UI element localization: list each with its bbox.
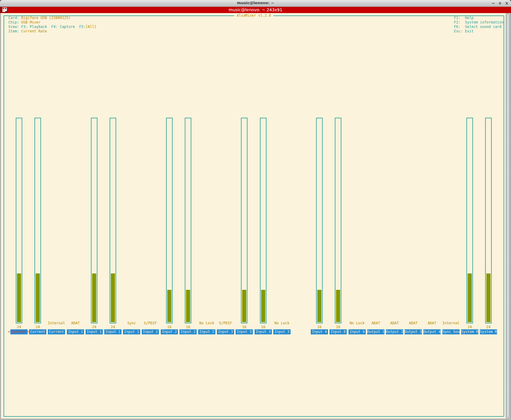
maximize-button[interactable]: +	[498, 1, 502, 6]
window-buttons: − + ×	[491, 0, 509, 7]
info-value-highlight: [All]	[86, 25, 96, 29]
volume-value: 16	[176, 325, 200, 329]
minimize-button[interactable]: −	[491, 1, 495, 6]
info-row: Chip: USB Mixer	[8, 20, 96, 25]
help-row: Esc:Exit	[454, 29, 504, 34]
control-label-input-3[interactable]: Input 3	[236, 329, 253, 334]
scrollbar-thumb[interactable]	[507, 14, 510, 418]
control-label-output-4[interactable]: Output 4	[423, 329, 441, 334]
control-label-output-3[interactable]: Output 3	[405, 329, 422, 334]
window-border-bottom	[0, 419, 511, 420]
volume-bar-fill	[111, 273, 115, 322]
info-value: F3: Playback F4: Capture F5:	[21, 25, 86, 29]
alsamixer-frame	[4, 15, 504, 417]
volume-value: 16	[252, 325, 275, 329]
control-label-system-r[interactable]: System R	[461, 329, 478, 334]
control-label-sync-sou[interactable]: Sync Sou	[442, 329, 460, 334]
volume-bar-system-r[interactable]	[466, 118, 473, 323]
volume-value: 24	[477, 325, 500, 329]
volume-bar-input-2[interactable]	[166, 118, 173, 323]
control-label-current[interactable]: Current	[48, 329, 65, 334]
volume-bar-input-1[interactable]	[110, 118, 116, 323]
control-label-input-2[interactable]: Input 2	[198, 329, 215, 334]
info-value-highlight: Digiface USB (23800125)	[21, 16, 70, 20]
volume-bar-input-4[interactable]	[335, 118, 341, 323]
control-label-input-1[interactable]: Input 1	[104, 329, 122, 334]
control-label-input-4[interactable]: Input 4	[348, 329, 366, 334]
control-label-input-2[interactable]: Input 2	[179, 329, 197, 334]
control-label-input-1[interactable]: Input 1	[123, 329, 140, 334]
volume-bar-fill	[317, 290, 321, 322]
help-key: F2:	[454, 20, 465, 25]
control-label-input-1[interactable]: Input 1	[67, 329, 84, 334]
volume-bar-input-3[interactable]	[241, 118, 247, 323]
volume-bar-fill	[468, 273, 472, 322]
help-label: Select sound card	[465, 25, 501, 29]
control-label-input-3[interactable]: Input 3	[255, 329, 272, 334]
volume-bar-fill	[167, 290, 171, 322]
help-label: Help	[465, 16, 474, 20]
control-label-output-2[interactable]: Output 2	[386, 329, 403, 334]
volume-bar-current[interactable]	[16, 118, 22, 323]
volume-value: 16	[327, 325, 350, 329]
info-key: View:	[8, 25, 21, 29]
mixer-info-block: Card: Digiface USB (23800125)Chip: USB M…	[8, 16, 96, 34]
volume-value: 24	[101, 325, 124, 329]
selection-marker-left: <	[8, 329, 10, 334]
close-button[interactable]: ×	[505, 1, 509, 6]
control-label-system-r[interactable]: System R	[480, 329, 497, 334]
volume-bar-fill	[242, 290, 246, 322]
control-label-input-1[interactable]: Input 1	[86, 329, 103, 334]
info-key: Chip:	[8, 20, 21, 24]
scrollbar[interactable]	[506, 13, 510, 419]
help-label: Exit	[465, 29, 474, 33]
mixer-help-block: F1:HelpF2:System informationF6:Select so…	[454, 16, 504, 34]
volume-bar-fill	[486, 273, 491, 322]
window-titlebar[interactable]: music@lenovo: ~ − + ×	[0, 0, 511, 7]
volume-bar-input-4[interactable]	[316, 118, 323, 323]
help-key: Esc:	[454, 29, 465, 34]
info-row: Card: Digiface USB (23800125)	[8, 16, 96, 20]
tab-bar: music@lenovo: ~ 243x91	[0, 7, 511, 13]
help-row: F6:Select sound card	[454, 25, 504, 29]
window-title: music@lenovo: ~	[0, 1, 511, 5]
window-border-left	[0, 13, 1, 419]
volume-bar-current[interactable]	[34, 118, 41, 323]
volume-bar-input-2[interactable]	[185, 118, 191, 323]
terminal-window: music@lenovo: ~ − + × music@lenovo: ~ 24…	[0, 0, 511, 420]
volume-value: 24	[26, 325, 49, 329]
volume-bar-fill	[17, 273, 21, 322]
help-label: System information	[465, 20, 504, 24]
control-label-output-1[interactable]: Output 1	[367, 329, 384, 334]
info-value-highlight: USB Mixer	[21, 20, 40, 24]
control-label-input-3[interactable]: Input 3	[273, 329, 291, 334]
info-row: Item: Current Rate	[8, 29, 96, 34]
volume-bar-fill	[92, 273, 96, 322]
control-label-input-4[interactable]: Input 4	[311, 329, 328, 334]
help-key: F6:	[454, 25, 465, 29]
volume-bar-fill	[261, 290, 265, 322]
info-row: View: F3: Playback F4: Capture F5:[All]	[8, 25, 96, 29]
tab-title: music@lenovo: ~ 243x91	[0, 7, 511, 12]
control-label-current[interactable]: Current	[10, 329, 28, 334]
enum-value-input-3: No Lock	[269, 321, 295, 325]
help-row: F2:System information	[454, 20, 504, 25]
info-value-highlight: Current Rate	[21, 29, 47, 33]
control-label-input-3[interactable]: Input 3	[217, 329, 234, 334]
help-key: F1:	[454, 16, 465, 20]
volume-bar-fill	[186, 290, 190, 322]
control-label-input-2[interactable]: Input 2	[161, 329, 178, 334]
volume-bar-fill	[336, 290, 340, 322]
control-label-current[interactable]: Current	[29, 329, 46, 334]
control-label-input-4[interactable]: Input 4	[329, 329, 347, 334]
volume-bar-input-3[interactable]	[260, 118, 266, 323]
volume-bar-system-r[interactable]	[485, 118, 492, 323]
info-key: Card:	[8, 16, 21, 20]
info-key: Item:	[8, 29, 21, 33]
help-row: F1:Help	[454, 16, 504, 20]
volume-bar-fill	[36, 273, 40, 322]
control-label-input-2[interactable]: Input 2	[142, 329, 159, 334]
volume-bar-input-1[interactable]	[91, 118, 97, 323]
